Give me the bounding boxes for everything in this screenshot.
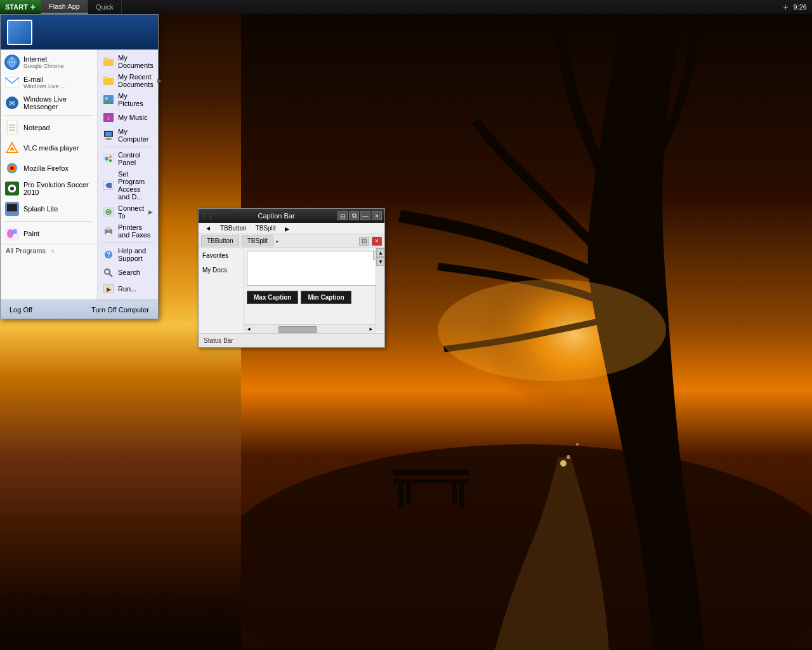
- menu-item-pes[interactable]: Pro Evolution Soccer 2010: [1, 178, 97, 199]
- scroll-up-arrow[interactable]: ▲: [376, 248, 384, 257]
- caption-main: + Max Caption Min Caption ▲ ▼: [244, 248, 384, 331]
- quick-tab[interactable]: Quick: [88, 0, 122, 14]
- svg-point-35: [11, 212, 13, 215]
- user-avatar: [7, 20, 32, 45]
- horizontal-scrollbar: ◄ ►: [244, 324, 376, 333]
- svg-rect-6: [459, 482, 464, 508]
- menu-item-paint[interactable]: Paint: [1, 223, 97, 244]
- splash-icon: [4, 201, 20, 216]
- firefox-icon: [4, 161, 20, 176]
- caption-snap-btn[interactable]: ⧉: [349, 211, 359, 220]
- email-icon: [4, 75, 20, 90]
- menu-item-splash[interactable]: Splash Lite: [1, 199, 97, 219]
- start-menu-right: My Documents My Recent Documents ▶ My Pi…: [98, 50, 158, 300]
- caption-more-menu[interactable]: ▸: [281, 223, 293, 234]
- menu-item-vlc[interactable]: VLC media player: [1, 138, 97, 158]
- max-caption-button[interactable]: Max Caption: [247, 291, 298, 304]
- right-menu-my-documents[interactable]: My Documents: [98, 52, 158, 71]
- caption-drag-icon: ⋮⋮: [201, 213, 214, 220]
- right-menu-run[interactable]: ▶ Run...: [98, 281, 158, 297]
- turn-off-button[interactable]: Turn Off Computer: [88, 304, 153, 315]
- svg-rect-41: [103, 57, 108, 60]
- toolbar-split-arrow[interactable]: ▸: [276, 238, 279, 244]
- caption-close-btn[interactable]: ×: [372, 211, 382, 220]
- svg-point-66: [105, 269, 110, 274]
- menu-item-email[interactable]: E-mail Windows Live ...: [1, 72, 97, 93]
- paint-icon: [4, 226, 20, 241]
- all-programs-button[interactable]: All Programs +: [1, 244, 97, 257]
- svg-rect-50: [105, 132, 112, 136]
- messenger-icon: ✉: [4, 95, 20, 110]
- min-caption-button[interactable]: Min Caption: [301, 291, 351, 304]
- caption-buttons-row: Max Caption Min Caption: [244, 288, 384, 307]
- start-menu-body: Internet Google Chrome E-mail Windows Li…: [1, 50, 158, 300]
- right-menu-my-pictures[interactable]: My Pictures: [98, 90, 158, 109]
- flash-app-tab[interactable]: Flash App: [41, 0, 88, 14]
- start-plus-icon: +: [30, 2, 36, 12]
- menu-item-notepad[interactable]: Notepad: [1, 117, 97, 138]
- svg-text:♪: ♪: [107, 114, 110, 121]
- svg-rect-52: [105, 138, 112, 140]
- help-icon: ?: [103, 249, 114, 260]
- right-menu-printers[interactable]: Printers and Faxes: [98, 222, 158, 241]
- recent-docs-icon: [103, 75, 114, 86]
- svg-rect-62: [106, 227, 111, 230]
- caption-normalize-btn[interactable]: ⊟: [337, 211, 348, 220]
- hscroll-right-arrow[interactable]: ►: [367, 326, 376, 332]
- recent-docs-label: My Recent Documents: [118, 73, 154, 88]
- svg-point-11: [576, 443, 579, 446]
- caption-tbbutton-menu[interactable]: TBButton: [216, 224, 251, 232]
- caption-minimize-btn[interactable]: —: [360, 211, 370, 220]
- connect-to-arrow: ▶: [148, 209, 153, 215]
- svg-point-32: [10, 187, 14, 190]
- tb-button-tab[interactable]: TBButton: [201, 235, 239, 246]
- menu-separator-2: [4, 221, 93, 222]
- right-menu-my-computer[interactable]: My Computer: [98, 126, 158, 145]
- tb-split-tab[interactable]: TBSplit: [242, 235, 273, 246]
- menu-paint-label: Paint: [23, 230, 39, 237]
- help-label: Help and Support: [118, 247, 153, 262]
- menu-item-firefox[interactable]: Mozilla Firefox: [1, 158, 97, 178]
- my-docs-sidebar-item[interactable]: My Docs: [201, 265, 241, 275]
- menu-messenger-label: Windows Live Messenger: [23, 95, 67, 110]
- caption-tbsplit-menu[interactable]: TBSplit: [252, 224, 280, 232]
- window-float-btn[interactable]: ⊡: [359, 237, 369, 246]
- svg-rect-8: [452, 482, 457, 505]
- right-menu-connect-to[interactable]: Connect To ▶: [98, 202, 158, 222]
- right-menu-my-music[interactable]: ♪ My Music: [98, 109, 158, 126]
- right-menu-set-program[interactable]: Set Program Access and D...: [98, 168, 158, 202]
- svg-point-55: [109, 156, 112, 158]
- system-clock: 9:26: [794, 3, 807, 11]
- menu-internet-label: Internet: [23, 55, 47, 63]
- window-close-btn2[interactable]: ×: [372, 237, 382, 246]
- right-menu-help[interactable]: ? Help and Support: [98, 245, 158, 264]
- menu-firefox-label: Mozilla Firefox: [23, 164, 69, 172]
- hscroll-left-arrow[interactable]: ◄: [244, 326, 253, 332]
- taskbar-add-icon[interactable]: +: [783, 2, 788, 12]
- right-menu-recent-docs[interactable]: My Recent Documents ▶: [98, 71, 158, 90]
- menu-email-label: E-mail: [23, 76, 43, 83]
- caption-titlebar: ⋮⋮ Caption Bar ⊟ ⧉ — ×: [199, 209, 384, 223]
- caption-back-btn[interactable]: ◄: [201, 224, 215, 232]
- svg-rect-42: [103, 78, 114, 85]
- start-button[interactable]: START +: [0, 0, 41, 14]
- svg-rect-7: [406, 482, 411, 505]
- right-menu-control-panel[interactable]: Control Panel: [98, 149, 158, 168]
- my-pictures-icon: [103, 94, 114, 105]
- connect-to-label: Connect To: [118, 204, 145, 220]
- svg-text:✉: ✉: [9, 99, 15, 108]
- my-music-label: My Music: [118, 114, 147, 121]
- right-menu-search[interactable]: Search: [98, 264, 158, 281]
- recent-docs-arrow: ▶: [157, 77, 162, 84]
- log-off-button[interactable]: Log Off: [6, 304, 36, 315]
- scroll-down-arrow[interactable]: ▼: [376, 257, 384, 266]
- run-label: Run...: [118, 285, 136, 293]
- menu-item-messenger[interactable]: ✉ Windows Live Messenger: [1, 93, 97, 113]
- my-documents-icon: [103, 56, 114, 67]
- window-controls-right: ⊡ ×: [358, 237, 382, 246]
- menu-separator-1: [4, 115, 93, 116]
- menu-internet-sub: Google Chrome: [23, 63, 93, 69]
- hscroll-thumb[interactable]: [278, 326, 317, 333]
- favorites-sidebar-item[interactable]: Favorites: [201, 251, 241, 260]
- menu-item-internet[interactable]: Internet Google Chrome: [1, 52, 97, 72]
